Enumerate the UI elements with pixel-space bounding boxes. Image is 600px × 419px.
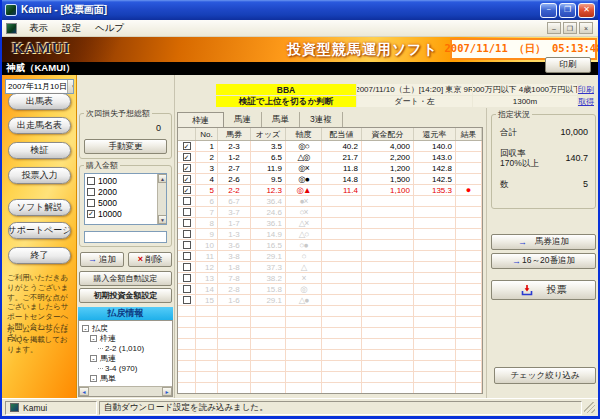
amount-option-5000[interactable]: 5000: [87, 197, 156, 208]
checkbox-unchecked[interactable]: [87, 177, 95, 185]
tree-node-label: 馬単: [100, 373, 116, 384]
vote-button[interactable]: 投票: [491, 280, 596, 300]
checkbox-unchecked[interactable]: [183, 274, 191, 282]
auto-amount-button[interactable]: 購入金額自動設定: [79, 271, 172, 286]
checkbox-checked[interactable]: ✓: [183, 164, 191, 172]
maximize-button[interactable]: ❐: [559, 3, 576, 18]
collapse-icon[interactable]: -: [90, 335, 97, 342]
payout-tree[interactable]: ◄ ► -払戻-枠連2-2 (1,010)-馬連3-4 (970)-馬単3-4 …: [78, 320, 173, 397]
tree-leaf-1[interactable]: 3-4 (970): [82, 363, 170, 373]
table-row[interactable]: 103-616.5○●: [178, 240, 482, 251]
listbox-scrollbar[interactable]: ▲ ▼: [157, 174, 166, 224]
checkbox-unchecked[interactable]: [87, 188, 95, 196]
tab-wakuren[interactable]: 枠連: [177, 112, 224, 127]
checkbox-unchecked[interactable]: [183, 296, 191, 304]
cell-empty: [286, 383, 322, 393]
tree-leaf-0[interactable]: 2-2 (1,010): [82, 343, 170, 353]
scroll-down-icon[interactable]: ▼: [158, 215, 167, 224]
checkbox-unchecked[interactable]: [183, 241, 191, 249]
tree-root[interactable]: -払戻: [82, 323, 170, 333]
print-button[interactable]: 印刷: [545, 57, 591, 73]
checkbox-unchecked[interactable]: [183, 230, 191, 238]
table-row[interactable]: 121-837.3△: [178, 262, 482, 273]
checkbox-checked[interactable]: ✓: [183, 153, 191, 161]
table-row[interactable]: 73-724.6○×: [178, 207, 482, 218]
sidebar-button-exit[interactable]: 終了: [8, 247, 71, 264]
scroll-up-icon[interactable]: ▲: [158, 174, 167, 183]
ticket-add-button[interactable]: → 馬券追加: [491, 234, 596, 250]
mdi-minimize-button[interactable]: –: [547, 22, 561, 34]
checkbox-checked[interactable]: ✓: [183, 186, 191, 194]
tab-sanrenpuku[interactable]: 3連複: [300, 112, 343, 127]
table-row[interactable]: 137-838.2×: [178, 273, 482, 284]
menu-item-settings[interactable]: 設定: [55, 22, 88, 33]
initial-investment-button[interactable]: 初期投資金額設定: [79, 288, 172, 303]
cell-checkbox: [178, 284, 196, 294]
checkbox-checked[interactable]: ✓: [87, 210, 95, 218]
close-icon[interactable]: ✕: [578, 3, 595, 18]
tree-node-1[interactable]: -馬連: [82, 353, 170, 363]
sidebar-button-vote-input[interactable]: 投票入力: [8, 167, 71, 184]
add-amount-button[interactable]: → 追加: [80, 252, 124, 267]
checkbox-unchecked[interactable]: [183, 252, 191, 260]
tab-umatan[interactable]: 馬単: [262, 112, 300, 127]
checkbox-unchecked[interactable]: [183, 285, 191, 293]
table-row[interactable]: 66-736.4●×: [178, 196, 482, 207]
chevron-down-icon[interactable]: ▼: [67, 80, 74, 93]
amount-option-1000[interactable]: 1000: [87, 175, 156, 186]
table-row[interactable]: ✓42-69.5◎●14.81,500142.5: [178, 174, 482, 185]
mdi-close-button[interactable]: ×: [579, 22, 593, 34]
scroll-left-icon[interactable]: ◄: [79, 387, 89, 396]
payout-fetch-link[interactable]: 払戻取得: [578, 96, 594, 107]
tree-hscrollbar[interactable]: ◄ ►: [79, 386, 172, 396]
amount-listbox[interactable]: ▲ ▼ 100020005000✓10000: [84, 173, 167, 225]
table-row[interactable]: 91-314.9△○: [178, 229, 482, 240]
table-row[interactable]: 142-815.8◎: [178, 284, 482, 295]
document-icon: [6, 23, 17, 34]
sidebar-button-software-guide[interactable]: ソフト解説: [8, 199, 71, 216]
sidebar-button-horse-name-list[interactable]: 出走馬名表: [8, 117, 71, 134]
range-add-button[interactable]: → 16～20番追加: [491, 253, 596, 269]
checkbox-unchecked[interactable]: [87, 199, 95, 207]
amount-option-2000[interactable]: 2000: [87, 186, 156, 197]
mdi-restore-button[interactable]: ❐: [563, 22, 577, 34]
checkbox-unchecked[interactable]: [183, 263, 191, 271]
table-row[interactable]: ✓32-711.9◎×11.81,200142.8: [178, 163, 482, 174]
checkbox-unchecked[interactable]: [183, 197, 191, 205]
manual-change-button[interactable]: 手動変更: [84, 139, 167, 154]
amount-input[interactable]: [84, 231, 167, 243]
tree-node-2[interactable]: -馬単: [82, 373, 170, 383]
sidebar-button-support-page[interactable]: サポートページ: [8, 222, 71, 239]
checkbox-checked[interactable]: ✓: [183, 175, 191, 183]
checkbox-unchecked[interactable]: [183, 208, 191, 216]
table-row[interactable]: 151-629.1△●: [178, 295, 482, 306]
check-filter-button[interactable]: チェック絞り込み: [494, 367, 596, 384]
checkbox-unchecked[interactable]: [183, 219, 191, 227]
tree-node-0[interactable]: -枠連: [82, 333, 170, 343]
titlebar[interactable]: Kamui - [投票画面] － ❐ ✕: [2, 0, 598, 20]
table-row[interactable]: ✓21-26.5△◎21.72,200143.0: [178, 152, 482, 163]
table-row[interactable]: 81-736.1△×: [178, 218, 482, 229]
table-row[interactable]: ✓52-212.3◎▲11.41,100135.3●: [178, 185, 482, 196]
list-print-link[interactable]: 一覧印刷: [578, 84, 594, 95]
sidebar-button-verification[interactable]: 検証: [8, 142, 71, 159]
date-select[interactable]: 2007年11月10日 ▼: [5, 79, 74, 94]
sidebar-button-entry-table[interactable]: 出馬表: [8, 93, 71, 110]
menu-item-view[interactable]: 表示: [22, 22, 55, 33]
table-row[interactable]: ✓12-33.5◎○40.24,000140.0: [178, 141, 482, 152]
resize-grip[interactable]: [584, 402, 595, 413]
table-row[interactable]: 113-829.1○: [178, 251, 482, 262]
checkbox-checked[interactable]: ✓: [183, 142, 191, 150]
collapse-icon[interactable]: -: [90, 375, 97, 382]
minimize-button[interactable]: －: [540, 3, 557, 18]
collapse-icon[interactable]: -: [90, 355, 97, 362]
amount-option-10000[interactable]: ✓10000: [87, 208, 156, 219]
delete-amount-button[interactable]: × 削除: [128, 252, 172, 267]
menubar: 表示設定ヘルプ – ❐ ×: [2, 20, 598, 37]
tab-umaren[interactable]: 馬連: [224, 112, 262, 127]
cell-empty: [286, 372, 322, 382]
collapse-icon[interactable]: -: [82, 325, 89, 332]
scroll-right-icon[interactable]: ►: [162, 387, 172, 396]
axis-marks: ◎: [300, 284, 306, 294]
menu-item-help[interactable]: ヘルプ: [88, 22, 131, 33]
